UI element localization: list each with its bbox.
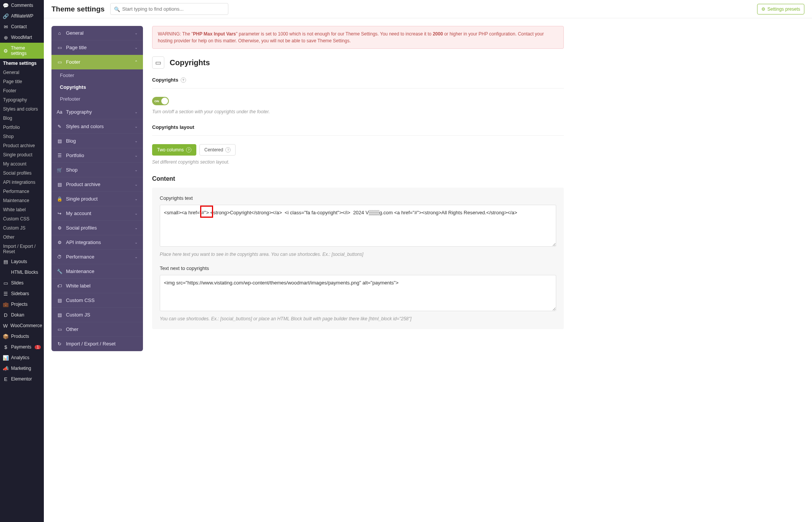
section-item-import-export-reset[interactable]: ↻Import / Export / Reset: [51, 337, 143, 351]
wp-sub-maintenance[interactable]: Maintenance: [0, 196, 44, 205]
wp-sub-import-export-reset[interactable]: Import / Export / Reset: [0, 242, 44, 256]
theme-settings-icon: ⚙: [3, 48, 8, 53]
search-icon: 🔍: [114, 6, 120, 12]
copyrights-text-textarea[interactable]: [160, 205, 556, 247]
wp-item-woocommerce[interactable]: WWooCommerce: [0, 320, 44, 331]
textarea-desc: Place here text you want to see in the c…: [160, 252, 556, 257]
wp-item-sidebars[interactable]: ☰Sidebars: [0, 288, 44, 299]
wp-item-products[interactable]: 📦Products: [0, 331, 44, 342]
wp-item-layouts[interactable]: ▤Layouts: [0, 256, 44, 267]
wp-item-comments[interactable]: 💬Comments: [0, 0, 44, 11]
section-item-label: API integrations: [66, 239, 101, 245]
help-icon[interactable]: ?: [225, 147, 231, 153]
layout-centered-button[interactable]: Centered ?: [199, 144, 236, 156]
wp-item-affiliatewp[interactable]: 🔗AffiliateWP: [0, 11, 44, 21]
section-item-label: Social profiles: [66, 225, 97, 231]
section-item-api-integrations[interactable]: ⚙API integrations⌄: [51, 235, 143, 250]
wp-sub-shop[interactable]: Shop: [0, 132, 44, 141]
analytics-icon: 📊: [3, 355, 8, 360]
section-item-custom-js[interactable]: ▤Custom JS: [51, 308, 143, 322]
wp-item-contact[interactable]: ✉Contact: [0, 21, 44, 32]
wp-item-dokan[interactable]: DDokan: [0, 310, 44, 320]
wp-sub-product-archive[interactable]: Product archive: [0, 141, 44, 150]
wp-sub-performance[interactable]: Performance: [0, 187, 44, 196]
wp-sub-styles-and-colors[interactable]: Styles and colors: [0, 104, 44, 114]
section-item-white-label[interactable]: 🏷White label: [51, 279, 143, 293]
section-item-single-product[interactable]: 🔒Single product⌄: [51, 192, 143, 206]
search-input[interactable]: [110, 3, 228, 15]
field-label-layout: Copyrights layout: [152, 124, 194, 130]
field-desc: Set different copyrights section layout.: [152, 159, 564, 165]
wp-sub-white-label[interactable]: White label: [0, 205, 44, 214]
section-item-portfolio[interactable]: ☰Portfolio⌄: [51, 148, 143, 163]
import-export-reset-icon: ↻: [57, 341, 62, 347]
wp-item-marketing[interactable]: 📣Marketing: [0, 363, 44, 374]
wp-sub-page-title[interactable]: Page title: [0, 77, 44, 86]
layout-two-columns-button[interactable]: Two columns ?: [152, 144, 196, 156]
wp-sub-footer[interactable]: Footer: [0, 86, 44, 95]
wp-item-slides[interactable]: ▭Slides: [0, 278, 44, 288]
wp-item-label: Payments: [11, 344, 31, 350]
section-sub-copyrights[interactable]: Copyrights: [51, 81, 143, 93]
wp-item-elementor[interactable]: EElementor: [0, 374, 44, 384]
wp-item-woodmart[interactable]: ⊕WoodMart: [0, 32, 44, 43]
wp-sub-api-integrations[interactable]: API integrations: [0, 178, 44, 187]
section-item-my-account[interactable]: ↪My account⌄: [51, 206, 143, 221]
section-item-social-profiles[interactable]: ⚙Social profiles⌄: [51, 221, 143, 235]
section-sub-prefooter[interactable]: Prefooter: [51, 93, 143, 105]
wp-item-label: Layouts: [11, 259, 27, 264]
section-item-footer[interactable]: ▭Footer⌃: [51, 55, 143, 69]
section-item-general[interactable]: ⌂General⌄: [51, 26, 143, 40]
wp-item-theme-settings[interactable]: ⚙Theme settings: [0, 43, 44, 59]
section-sub-footer[interactable]: Footer: [51, 69, 143, 81]
section-item-other[interactable]: ▭Other: [51, 322, 143, 337]
wp-item-payments[interactable]: $Payments1: [0, 342, 44, 352]
wp-sub-theme-settings[interactable]: Theme settings: [0, 59, 44, 68]
wp-sub-general[interactable]: General: [0, 68, 44, 77]
badge: 1: [35, 345, 41, 349]
warning-bold: 2000: [433, 31, 443, 37]
wp-sub-typography[interactable]: Typography: [0, 95, 44, 104]
section-item-typography[interactable]: AaTypography⌄: [51, 105, 143, 119]
field-label-copyrights: Copyrights: [152, 77, 178, 83]
chevron-down-icon: ⌄: [135, 110, 138, 114]
section-item-custom-css[interactable]: ▤Custom CSS: [51, 293, 143, 308]
textarea-desc: You can use shortcodes. Ex.: [social_but…: [160, 316, 556, 321]
wp-sub-blog[interactable]: Blog: [0, 114, 44, 123]
wp-sub-single-product[interactable]: Single product: [0, 150, 44, 159]
wp-sub-my-account[interactable]: My account: [0, 159, 44, 169]
wp-item-projects[interactable]: 💼Projects: [0, 299, 44, 310]
settings-presets-button[interactable]: ⚙ Settings presets: [757, 4, 804, 14]
section-item-blog[interactable]: ▤Blog⌄: [51, 134, 143, 148]
shop-icon: 🛒: [57, 167, 62, 173]
wp-sub-custom-css[interactable]: Custom CSS: [0, 214, 44, 223]
help-icon[interactable]: ?: [181, 77, 186, 83]
section-item-performance[interactable]: ⏱Performance⌄: [51, 250, 143, 264]
copyrights-toggle[interactable]: ON: [152, 97, 169, 105]
sections-nav: ⌂General⌄▭Page title⌄▭Footer⌃FooterCopyr…: [51, 26, 143, 351]
section-item-label: Page title: [66, 45, 87, 50]
section-item-label: My account: [66, 210, 91, 216]
section-item-label: Typography: [66, 109, 92, 115]
section-item-shop[interactable]: 🛒Shop⌄: [51, 163, 143, 177]
contact-icon: ✉: [3, 24, 8, 29]
help-icon[interactable]: ?: [186, 147, 191, 153]
section-item-styles-and-colors[interactable]: ✎Styles and colors⌄: [51, 119, 143, 134]
section-item-product-archive[interactable]: ▤Product archive⌄: [51, 177, 143, 192]
wp-item-label: WooCommerce: [10, 323, 42, 328]
wp-item-label: Products: [11, 334, 29, 339]
wp-item-html-blocks[interactable]: HTML Blocks: [0, 267, 44, 278]
portfolio-icon: ☰: [57, 153, 62, 158]
seg-label: Centered: [204, 147, 223, 153]
wp-sub-social-profiles[interactable]: Social profiles: [0, 169, 44, 178]
slides-icon: ▭: [3, 280, 8, 286]
section-item-maintenance[interactable]: 🔧Maintenance: [51, 264, 143, 279]
wp-sub-other[interactable]: Other: [0, 233, 44, 242]
wp-sub-custom-js[interactable]: Custom JS: [0, 223, 44, 233]
text-next-to-copyrights-textarea[interactable]: [160, 275, 556, 311]
wp-sub-portfolio[interactable]: Portfolio: [0, 123, 44, 132]
wp-item-analytics[interactable]: 📊Analytics: [0, 352, 44, 363]
marketing-icon: 📣: [3, 366, 8, 371]
section-item-page-title[interactable]: ▭Page title⌄: [51, 40, 143, 55]
seg-label: Two columns: [157, 147, 184, 153]
